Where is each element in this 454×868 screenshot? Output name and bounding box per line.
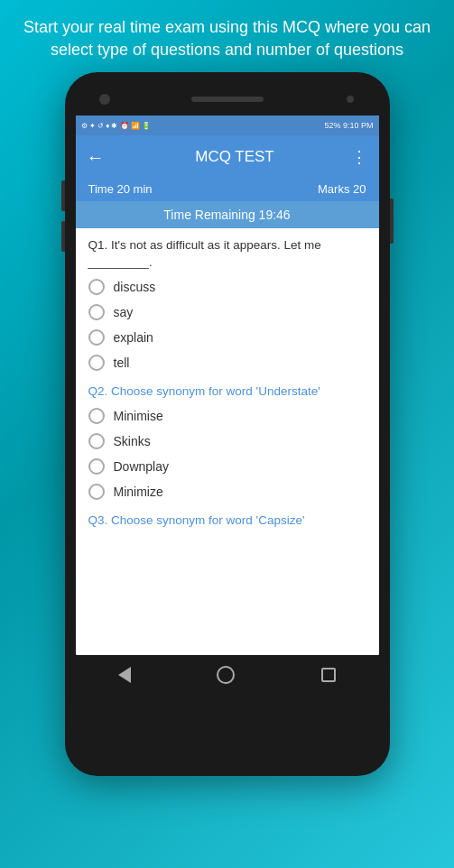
app-bar: ← MCQ TEST ⋮ [76,135,379,179]
exam-info-bar: Time 20 min Marks 20 [76,179,379,201]
system-icons: ⚙ ✦ ↺ ♦ ✱ ⏰ 📶 🔋 [81,122,152,130]
time-remaining-bar: Time Remaining 19:46 [76,201,379,228]
volume-up-button [61,180,65,211]
radio-skinks[interactable] [88,433,105,449]
marks-label: Marks 20 [318,182,366,196]
phone-bottom-nav [76,655,379,695]
option-row[interactable]: explain [88,329,366,346]
option-label-minimise: Minimise [114,409,163,423]
nav-back-button[interactable] [118,667,131,683]
option-label-skinks: Skinks [114,434,151,448]
radio-explain[interactable] [88,329,105,346]
option-label-downplay: Downplay [114,459,169,474]
option-label-explain: explain [114,330,153,345]
option-row[interactable]: Minimise [88,408,366,424]
option-row[interactable]: Minimize [88,484,366,500]
header-text: Start your real time exam using this MCQ… [0,0,454,72]
option-row[interactable]: tell [88,355,366,371]
question-text-1: Q1. It's not as difficult as it appears.… [88,237,366,272]
radio-say[interactable] [88,304,105,320]
phone-speaker [191,97,264,102]
phone-screen: ⚙ ✦ ↺ ♦ ✱ ⏰ 📶 🔋 52% 9:10 PM ← MCQ TEST ⋮… [76,115,379,655]
radio-tell[interactable] [88,355,105,371]
time-label: Time 20 min [88,182,153,196]
battery-percentage: 52% 9:10 PM [324,121,373,130]
radio-downplay[interactable] [88,458,105,475]
front-camera [99,94,110,105]
nav-home-button[interactable] [217,666,235,684]
option-label-tell: tell [114,356,130,370]
volume-down-button [61,221,65,252]
option-row[interactable]: say [88,304,366,320]
back-button[interactable]: ← [87,147,105,168]
questions-area: Q1. It's not as difficult as it appears.… [76,228,379,655]
question-text-2: Q2. Choose synonym for word 'Understate' [88,383,366,401]
option-label-minimize: Minimize [114,485,163,499]
radio-minimise[interactable] [88,408,105,424]
app-bar-title: MCQ TEST [119,148,351,166]
option-label-discuss: discuss [114,280,156,294]
question-block-3: Q3. Choose synonym for word 'Capsize' [88,512,366,530]
status-right-info: 52% 9:10 PM [324,121,373,130]
radio-minimize[interactable] [88,484,105,500]
status-bar: ⚙ ✦ ↺ ♦ ✱ ⏰ 📶 🔋 52% 9:10 PM [76,115,379,135]
nav-recent-button[interactable] [321,668,336,682]
option-row[interactable]: Skinks [88,433,366,449]
question-text-3: Q3. Choose synonym for word 'Capsize' [88,512,366,530]
option-row[interactable]: Downplay [88,458,366,475]
question-block-1: Q1. It's not as difficult as it appears.… [88,237,366,371]
phone-top-bar [72,83,383,115]
time-remaining-text: Time Remaining 19:46 [163,208,290,222]
option-row[interactable]: discuss [88,279,366,295]
more-options-button[interactable]: ⋮ [351,147,368,167]
radio-discuss[interactable] [88,279,105,295]
status-left-icons: ⚙ ✦ ↺ ♦ ✱ ⏰ 📶 🔋 [81,122,152,130]
phone-device: ⚙ ✦ ↺ ♦ ✱ ⏰ 📶 🔋 52% 9:10 PM ← MCQ TEST ⋮… [65,72,390,776]
power-button [390,199,394,244]
option-label-say: say [114,305,134,319]
question-block-2: Q2. Choose synonym for word 'Understate'… [88,383,366,500]
sensor-dot [347,96,354,103]
